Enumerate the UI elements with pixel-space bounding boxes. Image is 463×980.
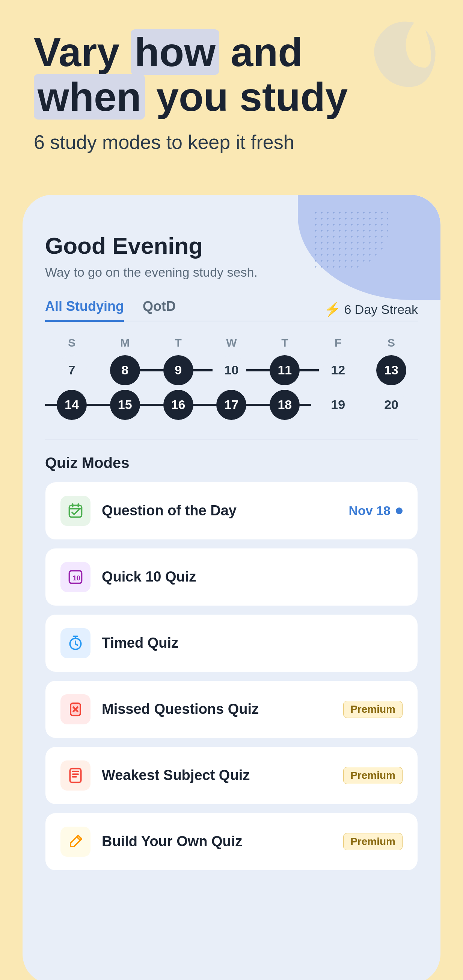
quiz-name-quick10: Quick 10 Quiz — [102, 569, 403, 585]
highlight-when: when — [34, 74, 145, 119]
cal-label-s1: S — [45, 336, 98, 349]
calendar-week1: 7 8 9 10 11 12 13 — [45, 355, 418, 385]
cal-day-15[interactable]: 15 — [110, 390, 140, 420]
premium-badge-missed: Premium — [343, 701, 403, 718]
quiz-card-missed[interactable]: Missed Questions Quiz Premium — [45, 680, 418, 738]
premium-badge-build: Premium — [343, 833, 403, 850]
quiz-icon-missed — [60, 694, 90, 724]
cal-day-19[interactable]: 19 — [323, 390, 353, 420]
cal-day-20[interactable]: 20 — [376, 390, 406, 420]
cal-day-12[interactable]: 12 — [323, 355, 353, 385]
svg-rect-5 — [70, 768, 81, 782]
cal-day-11[interactable]: 11 — [270, 355, 300, 385]
quiz-date-qotd: Nov 18 — [349, 503, 391, 518]
quiz-icon-build — [60, 827, 90, 857]
cal-day-10[interactable]: 10 — [216, 355, 246, 385]
cal-day-17[interactable]: 17 — [216, 390, 246, 420]
quiz-card-weakest[interactable]: Weakest Subject Quiz Premium — [45, 746, 418, 805]
cal-label-m: M — [98, 336, 152, 349]
quiz-name-timed: Timed Quiz — [102, 635, 403, 651]
quiz-card-timed[interactable]: Timed Quiz — [45, 614, 418, 672]
quiz-icon-weakest — [60, 760, 90, 791]
calendar-header: S M T W T F S — [45, 336, 418, 349]
highlight-how: how — [131, 29, 219, 75]
bg-decoration — [298, 195, 441, 337]
svg-rect-0 — [70, 505, 82, 517]
cal-label-f: F — [311, 336, 365, 349]
quiz-card-build[interactable]: Build Your Own Quiz Premium — [45, 813, 418, 870]
phone-container: Good Evening Way to go on the evening st… — [22, 195, 441, 980]
hero-subtitle: 6 study modes to keep it fresh — [34, 131, 429, 153]
svg-text:10: 10 — [73, 574, 80, 582]
quiz-name-weakest: Weakest Subject Quiz — [102, 767, 332, 783]
quiz-card-quick10[interactable]: 10 Quick 10 Quiz — [45, 548, 418, 606]
quiz-name-build: Build Your Own Quiz — [102, 834, 332, 850]
divider — [45, 439, 418, 439]
quiz-meta-qotd: Nov 18 — [349, 503, 403, 518]
cal-label-t2: T — [258, 336, 311, 349]
cal-day-13[interactable]: 13 — [376, 355, 406, 385]
quiz-modes-title: Quiz Modes — [45, 455, 418, 471]
quiz-name-qotd: Question of the Day — [102, 503, 338, 519]
quiz-meta-build: Premium — [343, 833, 403, 850]
cal-label-w: W — [205, 336, 258, 349]
cal-day-18[interactable]: 18 — [270, 390, 300, 420]
moon-icon — [365, 15, 441, 90]
hero-section: Vary how and when you study 6 study mode… — [0, 0, 463, 187]
cal-day-7[interactable]: 7 — [57, 355, 87, 385]
quiz-icon-timed — [60, 628, 90, 658]
cal-day-16[interactable]: 16 — [163, 390, 193, 420]
quiz-card-qotd[interactable]: Question of the Day Nov 18 — [45, 482, 418, 540]
quiz-meta-missed: Premium — [343, 701, 403, 718]
tab-all-studying[interactable]: All Studying — [45, 299, 124, 322]
cal-day-9[interactable]: 9 — [163, 355, 193, 385]
calendar-section: S M T W T F S 7 8 9 10 11 12 13 14 15 16 — [45, 336, 418, 420]
tab-qotd[interactable]: QotD — [143, 299, 176, 320]
quiz-icon-qotd — [60, 496, 90, 526]
cal-label-s2: S — [365, 336, 418, 349]
dot-indicator-qotd — [396, 508, 403, 514]
cal-label-t1: T — [152, 336, 205, 349]
cal-day-8[interactable]: 8 — [110, 355, 140, 385]
quiz-meta-weakest: Premium — [343, 767, 403, 784]
quiz-icon-quick10: 10 — [60, 562, 90, 592]
quiz-name-missed: Missed Questions Quiz — [102, 701, 332, 717]
cal-day-14[interactable]: 14 — [57, 390, 87, 420]
premium-badge-weakest: Premium — [343, 767, 403, 784]
calendar-week2: 14 15 16 17 18 19 20 — [45, 390, 418, 420]
